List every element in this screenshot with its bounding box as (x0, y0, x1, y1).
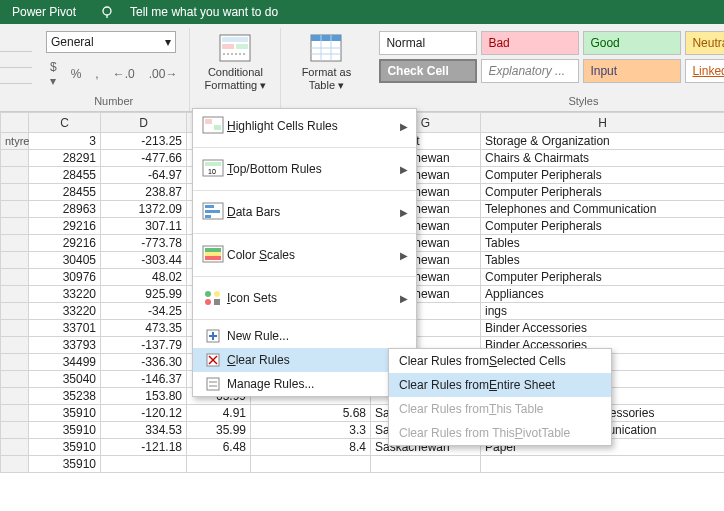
row-header[interactable] (1, 422, 29, 439)
cell-style-check[interactable]: Check Cell (379, 59, 477, 83)
table-row[interactable]: 35910-120.124.915.68SaskachewanBinders a… (1, 405, 725, 422)
clear-rules-selected-cells[interactable]: Clear Rules from Selected Cells (389, 349, 611, 373)
cell[interactable] (481, 456, 725, 473)
cell[interactable]: 153.80 (101, 388, 187, 405)
cell[interactable]: 334.53 (101, 422, 187, 439)
cell[interactable]: Tables (481, 235, 725, 252)
cf-color-scales[interactable]: Color Scales ▶ (193, 238, 416, 272)
col-head-h[interactable]: H (481, 113, 725, 133)
cell[interactable]: 35910 (29, 405, 101, 422)
table-row[interactable]: 35910 (1, 456, 725, 473)
cell-style-normal[interactable]: Normal (379, 31, 477, 55)
cf-clear-rules[interactable]: Clear Rules ▶ (193, 348, 416, 372)
cell[interactable]: -336.30 (101, 354, 187, 371)
percent-format-button[interactable]: % (67, 64, 86, 84)
row-header[interactable] (1, 184, 29, 201)
cell[interactable]: 3 (29, 133, 101, 150)
row-header[interactable] (1, 269, 29, 286)
cell[interactable]: 33220 (29, 286, 101, 303)
cell-style-explanatory[interactable]: Explanatory ... (481, 59, 579, 83)
conditional-formatting-button[interactable]: Conditional Formatting ▾ (198, 28, 272, 98)
row-header[interactable] (1, 439, 29, 456)
cell[interactable]: 473.35 (101, 320, 187, 337)
cell[interactable]: Computer Peripherals (481, 167, 725, 184)
cell[interactable]: -137.79 (101, 337, 187, 354)
format-as-table-button[interactable]: Format as Table ▾ (289, 28, 363, 98)
row-header[interactable] (1, 218, 29, 235)
decrease-decimal-button[interactable]: .00→ (145, 64, 182, 84)
cell[interactable]: -120.12 (101, 405, 187, 422)
row-header[interactable] (1, 201, 29, 218)
cell[interactable]: 48.02 (101, 269, 187, 286)
cell[interactable]: 35910 (29, 439, 101, 456)
cell-style-input[interactable]: Input (583, 59, 681, 83)
row-header[interactable] (1, 388, 29, 405)
cell[interactable]: 28455 (29, 184, 101, 201)
col-head-d[interactable]: D (101, 113, 187, 133)
cell[interactable] (101, 456, 187, 473)
tab-powerpivot[interactable]: Power Pivot (0, 0, 88, 24)
cell[interactable]: 3.3 (251, 422, 371, 439)
cell[interactable]: ings (481, 303, 725, 320)
cell[interactable]: 29216 (29, 218, 101, 235)
cell-style-neutral[interactable]: Neutral (685, 31, 724, 55)
cell[interactable]: 1372.09 (101, 201, 187, 218)
cf-data-bars[interactable]: Data Bars ▶ (193, 195, 416, 229)
cf-new-rule[interactable]: New Rule... (193, 324, 416, 348)
cell[interactable]: 30976 (29, 269, 101, 286)
number-format-combo[interactable]: General ▾ (46, 31, 176, 53)
cell[interactable]: Storage & Organization (481, 133, 725, 150)
cell[interactable]: Computer Peripherals (481, 269, 725, 286)
cell[interactable]: 33701 (29, 320, 101, 337)
row-header[interactable] (1, 252, 29, 269)
col-head-c[interactable]: C (29, 113, 101, 133)
cell[interactable]: 29216 (29, 235, 101, 252)
cell[interactable] (251, 456, 371, 473)
cf-manage-rules[interactable]: Manage Rules... (193, 372, 416, 396)
cell[interactable]: Computer Peripherals (481, 184, 725, 201)
cell[interactable]: 33793 (29, 337, 101, 354)
row-header[interactable] (1, 456, 29, 473)
cell-style-linked[interactable]: Linked Cell (685, 59, 724, 83)
cell-style-bad[interactable]: Bad (481, 31, 579, 55)
accounting-format-button[interactable]: $ ▾ (46, 57, 61, 91)
row-header[interactable] (1, 320, 29, 337)
clear-rules-entire-sheet[interactable]: Clear Rules from Entire Sheet (389, 373, 611, 397)
cf-top-bottom-rules[interactable]: 10 Top/Bottom Rules ▶ (193, 152, 416, 186)
cell[interactable]: 238.87 (101, 184, 187, 201)
cf-highlight-cells-rules[interactable]: Highlight Cells Rules ▶ (193, 109, 416, 143)
cell[interactable]: 925.99 (101, 286, 187, 303)
cell[interactable]: 34499 (29, 354, 101, 371)
row-header[interactable] (1, 337, 29, 354)
cell[interactable]: -213.25 (101, 133, 187, 150)
row-header[interactable] (1, 405, 29, 422)
cell[interactable]: -303.44 (101, 252, 187, 269)
comma-format-button[interactable]: , (91, 64, 102, 84)
cell[interactable]: 30405 (29, 252, 101, 269)
cell[interactable]: -773.78 (101, 235, 187, 252)
row-header[interactable] (1, 354, 29, 371)
cell[interactable]: 8.4 (251, 439, 371, 456)
cell[interactable]: Computer Peripherals (481, 218, 725, 235)
row-header[interactable] (1, 235, 29, 252)
cell[interactable] (187, 456, 251, 473)
cell[interactable]: 5.68 (251, 405, 371, 422)
cell[interactable]: 28291 (29, 150, 101, 167)
cell[interactable]: 307.11 (101, 218, 187, 235)
row-header[interactable] (1, 303, 29, 320)
cell[interactable]: Telephones and Communication (481, 201, 725, 218)
cell[interactable]: -477.66 (101, 150, 187, 167)
cell[interactable]: -121.18 (101, 439, 187, 456)
row-header[interactable]: ntyre (1, 133, 29, 150)
row-header[interactable] (1, 286, 29, 303)
cell-style-good[interactable]: Good (583, 31, 681, 55)
cell[interactable]: Binder Accessories (481, 320, 725, 337)
row-header[interactable] (1, 150, 29, 167)
cell[interactable]: 35910 (29, 422, 101, 439)
cell[interactable] (371, 456, 481, 473)
row-header[interactable] (1, 371, 29, 388)
cell[interactable]: Chairs & Chairmats (481, 150, 725, 167)
row-header[interactable] (1, 167, 29, 184)
cell[interactable]: 28455 (29, 167, 101, 184)
cell[interactable]: 28963 (29, 201, 101, 218)
